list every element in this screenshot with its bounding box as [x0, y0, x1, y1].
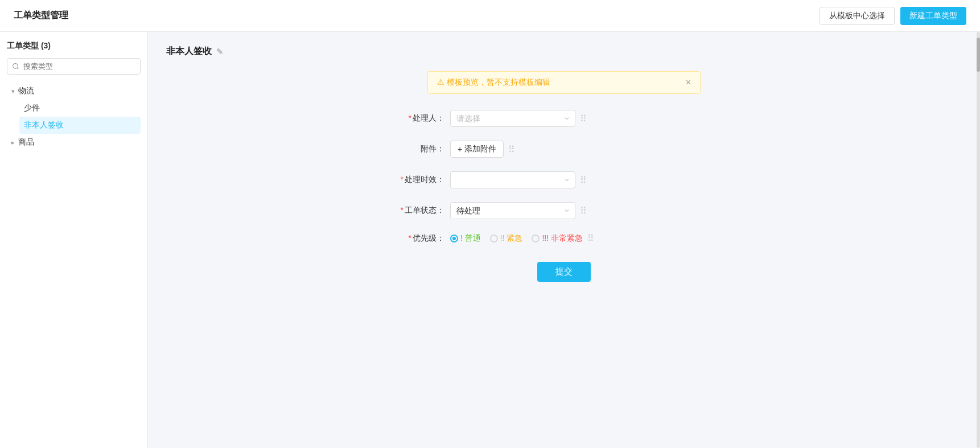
- priority-option-critical[interactable]: !!! 非常紧急: [532, 233, 583, 244]
- status-label: *工单状态：: [393, 205, 450, 216]
- tree-group-logistics-toggle[interactable]: ▾ 物流: [7, 83, 141, 100]
- handler-control: 请选择 ⠿: [450, 110, 735, 127]
- sidebar: 工单类型 (3) ▾ 物流 少件 非本人签收 ▸ 商品: [0, 32, 148, 448]
- header-actions: 从模板中心选择 新建工单类型: [820, 7, 966, 25]
- priority-urgent-label: !! 紧急: [500, 233, 523, 244]
- attachment-control: + 添加附件 ⠿: [450, 141, 735, 158]
- form-row-attachment: 附件： + 添加附件 ⠿: [393, 141, 735, 158]
- drag-handle-timelimit[interactable]: ⠿: [580, 175, 586, 186]
- priority-normal-label: ! 普通: [460, 233, 481, 244]
- submit-row: 提交: [393, 262, 735, 282]
- sidebar-title: 工单类型 (3): [7, 41, 141, 51]
- priority-option-normal[interactable]: ! 普通: [450, 233, 481, 244]
- attachment-label: 附件：: [393, 144, 450, 154]
- status-select[interactable]: 待处理: [450, 202, 575, 219]
- timelimit-select[interactable]: [450, 171, 575, 188]
- page-title: 工单类型管理: [14, 10, 68, 22]
- submit-button[interactable]: 提交: [537, 262, 591, 282]
- timelimit-label: *处理时效：: [393, 175, 450, 185]
- drag-handle-status[interactable]: ⠿: [580, 205, 586, 216]
- add-attachment-button[interactable]: + 添加附件: [450, 141, 504, 158]
- tree-group-logistics: ▾ 物流 少件 非本人签收: [7, 83, 141, 134]
- scrollbar[interactable]: [977, 32, 980, 448]
- chevron-down-icon: ▾: [11, 88, 15, 95]
- header: 工单类型管理 从模板中心选择 新建工单类型: [0, 0, 980, 32]
- alert-banner: ⚠ 模板预览，暂不支持模板编辑 ×: [427, 71, 701, 94]
- main-header: 非本人签收 ✎: [166, 46, 962, 57]
- scrollbar-thumb[interactable]: [977, 38, 980, 72]
- priority-label: *优先级：: [393, 233, 450, 244]
- status-control: 待处理 ⠿: [450, 202, 735, 219]
- edit-icon[interactable]: ✎: [216, 47, 224, 57]
- priority-group: ! 普通 !! 紧急 !!! 非常紧急: [450, 233, 583, 244]
- timelimit-control: ⠿: [450, 171, 735, 188]
- drag-handle-handler[interactable]: ⠿: [580, 113, 586, 124]
- new-ticket-type-button[interactable]: 新建工单类型: [900, 7, 966, 25]
- tree-group-goods-toggle[interactable]: ▸ 商品: [7, 134, 141, 151]
- radio-critical: [532, 235, 540, 243]
- sidebar-item-shaojian[interactable]: 少件: [19, 100, 141, 117]
- drag-handle-priority[interactable]: ⠿: [587, 233, 594, 244]
- priority-control: ! 普通 !! 紧急 !!! 非常紧急 ⠿: [450, 233, 735, 244]
- main-content: 非本人签收 ✎ ⚠ 模板预览，暂不支持模板编辑 × *处理人： 请选择 ⠿: [148, 32, 980, 448]
- template-center-button[interactable]: 从模板中心选择: [820, 7, 895, 25]
- tree-group-logistics-label: 物流: [18, 86, 34, 96]
- form-area: *处理人： 请选择 ⠿ 附件： + 添加附件 ⠿: [393, 110, 735, 282]
- search-input[interactable]: [7, 58, 141, 75]
- handler-select[interactable]: 请选择: [450, 110, 575, 127]
- form-row-timelimit: *处理时效： ⠿: [393, 171, 735, 188]
- alert-close-button[interactable]: ×: [686, 78, 691, 87]
- tree-children-logistics: 少件 非本人签收: [7, 100, 141, 134]
- radio-urgent: [490, 235, 498, 243]
- radio-normal: [450, 235, 458, 243]
- add-attachment-label: 添加附件: [464, 144, 496, 154]
- priority-option-urgent[interactable]: !! 紧急: [490, 233, 523, 244]
- form-row-status: *工单状态： 待处理 ⠿: [393, 202, 735, 219]
- form-row-handler: *处理人： 请选择 ⠿: [393, 110, 735, 127]
- drag-handle-attachment[interactable]: ⠿: [508, 144, 514, 155]
- plus-icon: +: [458, 145, 462, 154]
- alert-text: ⚠ 模板预览，暂不支持模板编辑: [437, 77, 550, 88]
- chevron-right-icon: ▸: [11, 139, 15, 146]
- tree-group-goods-label: 商品: [18, 137, 34, 147]
- sidebar-item-feibenshuren[interactable]: 非本人签收: [19, 117, 141, 134]
- handler-label: *处理人：: [393, 113, 450, 124]
- priority-critical-label: !!! 非常紧急: [542, 233, 583, 244]
- form-row-priority: *优先级： ! 普通 !! 紧急 !!: [393, 233, 735, 244]
- main-title: 非本人签收: [166, 46, 212, 57]
- tree-group-goods: ▸ 商品: [7, 134, 141, 151]
- layout: 工单类型 (3) ▾ 物流 少件 非本人签收 ▸ 商品 非本人签收 ✎: [0, 32, 980, 448]
